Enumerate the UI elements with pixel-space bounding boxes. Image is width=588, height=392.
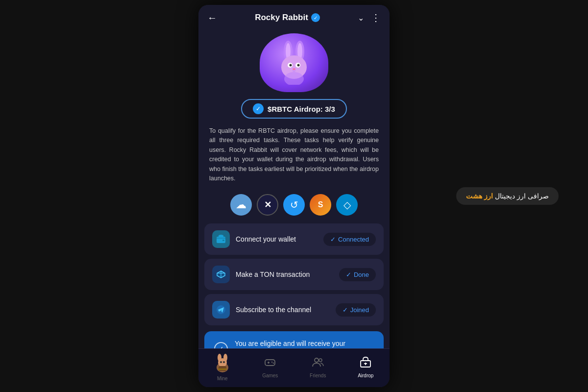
- nav-item-friends[interactable]: Friends: [294, 356, 342, 378]
- phone-container: ← Rocky Rabbit ✓ ⌄ ⋮: [198, 5, 390, 387]
- games-nav-icon: [264, 356, 276, 371]
- airdrop-badge: ✓ $RBTC Airdrop: 3/3: [241, 99, 347, 119]
- eligible-check-icon: ✓: [214, 342, 228, 348]
- telegram-icon: [212, 301, 230, 318]
- side-badge[interactable]: صرافی ارز دیجیتال ارز هشت: [456, 187, 559, 205]
- speed-platform-icon[interactable]: S: [310, 194, 331, 216]
- avatar-section: [198, 28, 390, 92]
- description-text: To qualify for the RBTC airdrop, please …: [198, 123, 390, 190]
- page-background: ← Rocky Rabbit ✓ ⌄ ⋮: [0, 0, 588, 392]
- task-left: Make a TON transaction: [212, 266, 310, 283]
- app-title: Rocky Rabbit: [255, 13, 308, 23]
- loader-platform-icon[interactable]: ↺: [283, 194, 305, 216]
- nav-item-airdrop[interactable]: Airdrop: [342, 356, 390, 378]
- svg-point-9: [293, 68, 295, 70]
- friends-nav-label: Friends: [310, 373, 326, 378]
- x-platform-icon[interactable]: ✕: [257, 194, 278, 216]
- subscribe-status: ✓ Joined: [336, 303, 376, 317]
- task-ton-transaction[interactable]: Make a TON transaction ✓ Done: [204, 259, 384, 290]
- svg-point-33: [319, 359, 322, 362]
- games-nav-label: Games: [262, 373, 278, 378]
- eligible-text: You are eligible and will receive your a…: [235, 339, 345, 348]
- side-badge-highlight: ارز هشت: [466, 192, 493, 200]
- svg-point-30: [271, 362, 272, 363]
- svg-point-23: [220, 361, 222, 363]
- cloud-platform-icon[interactable]: ☁: [230, 194, 252, 216]
- subscribe-label: Subscribe to the channel: [236, 306, 311, 314]
- platform-icons-row: ☁ ✕ ↺ S ◇: [198, 190, 390, 223]
- tasks-section: Connect your wallet ✓ Connected: [198, 223, 390, 325]
- connect-wallet-status: ✓ Connected: [323, 233, 376, 246]
- nav-item-games[interactable]: Games: [246, 356, 294, 378]
- ton-platform-icon[interactable]: ◇: [336, 194, 358, 216]
- dropdown-button[interactable]: ⌄: [358, 13, 364, 23]
- svg-point-31: [273, 363, 274, 364]
- svg-point-22: [223, 354, 227, 362]
- nav-item-mine[interactable]: Mine: [198, 353, 246, 381]
- mine-avatar-icon: [212, 353, 233, 374]
- task-connect-wallet[interactable]: Connect your wallet ✓ Connected: [204, 223, 384, 255]
- side-badge-text: صرافی ارز دیجیتال ارز هشت: [466, 192, 549, 200]
- svg-rect-12: [222, 240, 224, 241]
- svg-point-7: [290, 64, 292, 67]
- main-content: ✓ $RBTC Airdrop: 3/3 To qualify for the …: [198, 28, 390, 348]
- svg-point-32: [315, 358, 318, 362]
- header: ← Rocky Rabbit ✓ ⌄ ⋮: [198, 5, 390, 28]
- svg-point-21: [218, 354, 221, 362]
- svg-point-24: [223, 361, 225, 363]
- connect-wallet-label: Connect your wallet: [236, 235, 296, 243]
- ton-transaction-label: Make a TON transaction: [236, 270, 310, 278]
- ton-transaction-status: ✓ Done: [339, 268, 376, 281]
- eligible-banner: ✓ You are eligible and will receive your…: [204, 331, 384, 348]
- task-left: Connect your wallet: [212, 230, 296, 248]
- friends-nav-icon: [312, 356, 324, 371]
- header-left: ←: [207, 12, 217, 24]
- airdrop-nav-icon: [359, 356, 372, 371]
- svg-rect-26: [218, 368, 227, 370]
- header-right: ⌄ ⋮: [358, 12, 381, 24]
- badge-section: ✓ $RBTC Airdrop: 3/3: [198, 99, 390, 119]
- svg-point-8: [297, 64, 300, 67]
- more-button[interactable]: ⋮: [371, 12, 381, 24]
- verified-badge: ✓: [311, 13, 320, 22]
- ton-task-icon: [212, 266, 230, 283]
- airdrop-nav-label: Airdrop: [358, 373, 373, 378]
- back-button[interactable]: ←: [207, 12, 217, 24]
- badge-text: $RBTC Airdrop: 3/3: [268, 105, 335, 113]
- task-left: Subscribe to the channel: [212, 301, 311, 318]
- badge-check-icon: ✓: [253, 103, 264, 114]
- mine-nav-label: Mine: [217, 376, 228, 381]
- wallet-icon: [212, 230, 230, 248]
- avatar-bubble: [260, 33, 328, 92]
- bottom-nav: Mine Games: [198, 348, 390, 387]
- header-title: Rocky Rabbit ✓: [255, 13, 320, 23]
- task-subscribe-channel[interactable]: Subscribe to the channel ✓ Joined: [204, 294, 384, 325]
- bunny-avatar: [274, 41, 314, 85]
